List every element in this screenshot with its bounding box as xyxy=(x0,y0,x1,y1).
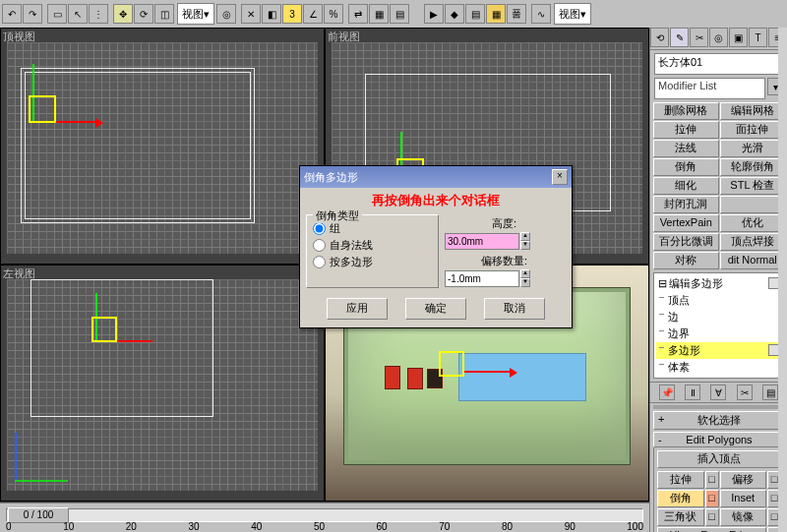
percent-snap-icon[interactable]: % xyxy=(324,4,343,24)
modifier-stack[interactable]: 编辑多边形 顶点 边 边界 多边形 体素 xyxy=(653,272,785,379)
radio-local[interactable]: 自身法线 xyxy=(313,238,432,253)
schematic-icon[interactable]: 품 xyxy=(507,4,526,24)
mod-btn[interactable]: 面拉伸 xyxy=(720,121,786,139)
mod-btn[interactable]: 轮廓倒角 xyxy=(720,158,786,176)
radio-input[interactable] xyxy=(313,239,326,252)
mod-btn[interactable]: 优化 xyxy=(720,214,786,232)
redo-icon[interactable]: ↷ xyxy=(23,4,42,24)
mod-btn[interactable]: 删除网格 xyxy=(653,102,719,120)
rollout-edit-polygons[interactable]: -Edit Polygons xyxy=(653,432,785,447)
hinge-button[interactable]: Hinge From Edge xyxy=(657,527,766,532)
dialog-hint: 再按倒角出来个对话框 xyxy=(306,192,566,209)
viewport-label: 左视图 xyxy=(3,266,35,281)
time-slider-track[interactable] xyxy=(6,508,643,522)
select-name-icon[interactable]: ⋮ xyxy=(89,4,108,24)
mod-btn[interactable]: 倒角 xyxy=(653,158,719,176)
rotate-icon[interactable]: ⟳ xyxy=(134,4,153,24)
select-lock-icon[interactable]: ✕ xyxy=(241,4,261,24)
mod-btn[interactable]: STL 检查 xyxy=(720,177,786,195)
snap-icon[interactable]: 3 xyxy=(282,4,302,24)
stack-item-vertex[interactable]: 顶点 xyxy=(656,292,782,309)
mod-btn[interactable]: 对称 xyxy=(653,252,719,269)
modifier-list-dropdown[interactable]: Modifier List xyxy=(654,78,765,99)
scale-icon[interactable]: ◫ xyxy=(154,4,174,24)
render-icon[interactable]: ▦ xyxy=(486,4,506,24)
triangulate-button[interactable]: 三角状 xyxy=(657,508,704,526)
close-icon[interactable]: × xyxy=(552,169,568,185)
reference-coord-dropdown[interactable]: 视图 ▾ xyxy=(177,3,214,25)
stack-item-element[interactable]: 体素 xyxy=(656,359,782,376)
snapshot-icon[interactable]: ▤ xyxy=(390,4,409,24)
cancel-button[interactable]: 取消 xyxy=(484,298,545,320)
mod-btn[interactable]: 光滑 xyxy=(720,140,786,157)
pin-icon[interactable]: 📌 xyxy=(659,384,675,400)
rollout-edit-body: 插入顶点 拉伸 □ 偏移 □ 倒角 □ Inset □ 三角状 □ 镜像 □ H… xyxy=(653,447,785,532)
mod-btn[interactable]: 封闭孔洞 xyxy=(653,196,719,213)
rollout-soft-select[interactable]: +软化选择 xyxy=(653,411,785,430)
unique-icon[interactable]: ∀ xyxy=(710,384,726,400)
stack-item-border[interactable]: 边界 xyxy=(656,325,782,342)
viewport-left[interactable]: 左视图 xyxy=(0,265,325,502)
extrude-button[interactable]: 拉伸 xyxy=(657,471,704,489)
tab-motion-icon[interactable]: ◎ xyxy=(709,28,728,47)
selection-set-dropdown[interactable]: 视图 ▾ xyxy=(554,3,591,25)
mod-btn[interactable]: 顶点焊接 xyxy=(720,233,786,251)
mod-btn[interactable]: dit Normal xyxy=(720,252,786,269)
dialog-titlebar[interactable]: 倒角多边形 × xyxy=(300,166,572,188)
show-icon[interactable]: Ⅱ xyxy=(685,384,700,400)
config-icon[interactable]: ▤ xyxy=(762,384,778,400)
offset-spinner[interactable]: ▲▼ xyxy=(520,269,530,287)
panel-scrollbar[interactable] xyxy=(778,28,787,532)
offset-field[interactable]: -1.0mm xyxy=(445,270,519,287)
radio-bypoly[interactable]: 按多边形 xyxy=(313,255,432,269)
radio-group[interactable]: 组 xyxy=(313,221,432,236)
tab-display-icon[interactable]: ▣ xyxy=(729,28,748,47)
window-geometry xyxy=(458,353,586,401)
material-icon[interactable]: ◆ xyxy=(445,4,464,24)
tab-modify-icon[interactable]: ✎ xyxy=(670,28,689,47)
object-name-field[interactable]: 长方体01 xyxy=(654,53,784,75)
layers-icon[interactable]: ▤ xyxy=(465,4,485,24)
insert-vertex-button[interactable]: 插入顶点 xyxy=(657,450,781,468)
tab-hierarchy-icon[interactable]: ✂ xyxy=(690,28,708,47)
radio-input[interactable] xyxy=(313,222,326,235)
select-icon[interactable]: ▭ xyxy=(47,4,67,24)
curve-icon[interactable]: ∿ xyxy=(531,4,551,24)
stack-item-polygon[interactable]: 多边形 xyxy=(656,342,782,359)
height-field[interactable]: 30.0mm xyxy=(445,233,519,250)
extrude-settings-icon[interactable]: □ xyxy=(705,471,719,489)
mirror-button[interactable]: 镜像 xyxy=(720,508,767,526)
ok-button[interactable]: 确定 xyxy=(405,298,466,320)
mirror-icon[interactable]: ◧ xyxy=(262,4,281,24)
array-icon[interactable]: ▦ xyxy=(369,4,389,24)
stack-head[interactable]: 编辑多边形 xyxy=(656,275,782,292)
stack-item-edge[interactable]: 边 xyxy=(656,309,782,325)
apply-button[interactable]: 应用 xyxy=(327,298,388,320)
remove-icon[interactable]: ✂ xyxy=(737,384,753,400)
angle-snap-icon[interactable]: ∠ xyxy=(303,4,323,24)
mod-btn[interactable]: 拉伸 xyxy=(653,121,719,139)
move-icon[interactable]: ✥ xyxy=(113,4,133,24)
bevel-settings-icon[interactable]: □ xyxy=(705,490,719,507)
bevel-dialog: 倒角多边形 × 再按倒角出来个对话框 倒角类型 组 自身法线 按多边形 高度: … xyxy=(299,165,573,328)
bevel-button[interactable]: 倒角 xyxy=(657,490,704,507)
mod-btn[interactable]: 细化 xyxy=(653,177,719,195)
tri-settings-icon[interactable]: □ xyxy=(705,508,719,526)
cursor-icon[interactable]: ↖ xyxy=(68,4,88,24)
mod-btn[interactable]: 百分比微调 xyxy=(653,233,719,251)
tab-create-icon[interactable]: ⟲ xyxy=(650,28,669,47)
mod-btn[interactable]: VertexPain xyxy=(653,214,719,232)
viewport-top[interactable]: 顶视图 xyxy=(0,28,325,265)
undo-icon[interactable]: ↶ xyxy=(2,4,22,24)
play-icon[interactable]: ▶ xyxy=(424,4,444,24)
inset-button[interactable]: Inset xyxy=(720,490,767,507)
align-icon[interactable]: ⇄ xyxy=(348,4,368,24)
mod-btn[interactable]: 编辑网格 xyxy=(720,102,786,120)
outline-button[interactable]: 偏移 xyxy=(720,471,767,489)
tab-utilities-icon[interactable]: T xyxy=(749,28,767,47)
height-spinner[interactable]: ▲▼ xyxy=(520,232,530,250)
radio-input[interactable] xyxy=(313,256,326,268)
mod-btn[interactable] xyxy=(720,196,786,213)
mod-btn[interactable]: 法线 xyxy=(653,140,719,157)
center-icon[interactable]: ◎ xyxy=(216,4,236,24)
